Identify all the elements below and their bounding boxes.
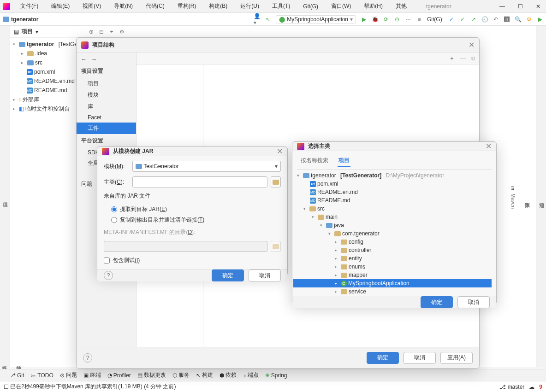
help-icon[interactable]: ? xyxy=(104,271,113,280)
collapse-all-icon[interactable]: ⊟ xyxy=(98,29,105,35)
cls-mapper[interactable]: ▸mapper xyxy=(293,271,492,279)
profile-icon[interactable]: ⊙ xyxy=(394,16,400,23)
close-icon[interactable]: ✕ xyxy=(469,41,475,49)
close-icon[interactable]: ✕ xyxy=(486,142,492,151)
tool-services[interactable]: ⬡ 服务 xyxy=(172,371,190,379)
gutter-project[interactable]: 项目 xyxy=(1,197,10,200)
tool-spring[interactable]: ❀ Spring xyxy=(265,372,287,379)
tool-build[interactable]: ↖ 构建 xyxy=(196,371,213,379)
menu-edit[interactable]: 编辑(E) xyxy=(46,1,75,11)
cls-app[interactable]: ▸CMySpringbootApplication xyxy=(293,279,492,287)
cls-service[interactable]: ▸service xyxy=(293,287,492,296)
coverage-icon[interactable]: ⟳ xyxy=(383,16,389,23)
close-icon[interactable]: ✕ xyxy=(277,147,283,156)
play-last-icon[interactable]: ▶ xyxy=(537,16,543,23)
minimize-icon[interactable]: — xyxy=(497,2,508,11)
tool-problems[interactable]: ⊘ 问题 xyxy=(60,371,77,379)
project-pane-title[interactable]: 项目 xyxy=(22,28,33,35)
menu-other[interactable]: 其他 xyxy=(390,1,412,11)
git-push-icon[interactable]: ↗ xyxy=(470,16,477,23)
menu-run[interactable]: 运行(U) xyxy=(235,1,265,11)
remove-icon[interactable]: — xyxy=(460,55,466,62)
git-update-icon[interactable]: ✓ xyxy=(448,16,455,23)
gutter-bookmarks[interactable]: 书签 xyxy=(0,360,9,363)
radio-extract[interactable]: 提取到目标 JAR(E) xyxy=(111,205,281,213)
hammer-icon[interactable]: ↖ xyxy=(265,16,271,23)
cls-entity[interactable]: ▸entity xyxy=(293,254,492,263)
cancel-button[interactable]: 取消 xyxy=(457,296,490,308)
cls-config[interactable]: ▸config xyxy=(293,238,492,246)
menu-file[interactable]: 文件(F) xyxy=(15,1,44,11)
cls-controller[interactable]: ▸controller xyxy=(293,246,492,254)
cls-enums[interactable]: ▸enums xyxy=(293,263,492,271)
status-extra-icon[interactable]: 9 xyxy=(539,384,542,390)
cls-src[interactable]: ▾src xyxy=(293,205,492,213)
git-rollback-icon[interactable]: ↶ xyxy=(493,16,499,23)
menu-code[interactable]: 代码(C) xyxy=(140,1,170,11)
radio-copy[interactable]: 复制到输出目录并通过清单链接(T) xyxy=(111,216,281,224)
menu-refactor[interactable]: 重构(R) xyxy=(172,1,202,11)
tool-terminal[interactable]: ▣ 终端 xyxy=(83,371,101,379)
cls-java[interactable]: ▾java xyxy=(293,221,492,229)
include-tests-check[interactable]: 包含测试(I) xyxy=(104,257,281,264)
search-icon[interactable]: 🔍 xyxy=(515,16,521,23)
git-commit-icon[interactable]: ✓ xyxy=(459,16,466,23)
forward-icon[interactable]: → xyxy=(91,56,97,63)
cls-readme[interactable]: MDREADME.md xyxy=(293,196,492,205)
menu-nav[interactable]: 导航(N) xyxy=(108,1,138,11)
ok-button[interactable]: 确定 xyxy=(421,296,453,308)
sidebar-item-facets[interactable]: Facet xyxy=(77,112,136,123)
cls-readme-en[interactable]: MDREADME.en.md xyxy=(293,188,492,196)
add-icon[interactable]: ＋ xyxy=(449,54,455,62)
cls-pkg[interactable]: ▾com.tgenerator xyxy=(293,229,492,238)
copy-icon[interactable]: ⧉ xyxy=(471,55,475,62)
menu-window[interactable]: 窗口(W) xyxy=(326,1,356,11)
ok-button[interactable]: 确定 xyxy=(212,269,244,281)
run-config-selector[interactable]: ⬤MySpringbootApplication▾ xyxy=(276,15,356,23)
gutter-database[interactable]: 数据库 xyxy=(523,197,532,200)
tool-dbchanges[interactable]: ▤ 数据更改 xyxy=(137,371,166,379)
maximize-icon[interactable]: ☐ xyxy=(515,2,526,11)
breadcrumb-root[interactable]: tgenerator xyxy=(11,16,38,23)
tab-project[interactable]: 项目 xyxy=(338,155,350,167)
back-icon[interactable]: ← xyxy=(81,56,87,63)
stop-icon[interactable]: ■ xyxy=(416,16,422,23)
sidebar-item-modules[interactable]: 模块 xyxy=(77,89,136,101)
hide-icon[interactable]: — xyxy=(129,29,135,35)
tool-deps[interactable]: ⬢ 依赖 xyxy=(220,371,237,379)
gutter-structure[interactable]: 结构 xyxy=(14,360,23,363)
cancel-button[interactable]: 取消 xyxy=(404,352,436,364)
help-icon[interactable]: ? xyxy=(83,353,92,363)
branch-indicator[interactable]: ⎇ master xyxy=(499,384,524,390)
settings-icon[interactable]: ⚙ xyxy=(526,16,532,23)
browse-mainclass-button[interactable] xyxy=(271,176,281,187)
cls-pom[interactable]: mpom.xml xyxy=(293,180,492,188)
user-icon[interactable]: 👤▾ xyxy=(254,16,260,23)
apply-button[interactable]: 应用(A) xyxy=(440,352,473,364)
menu-help[interactable]: 帮助(H) xyxy=(358,1,388,11)
tool-endpoints[interactable]: ⬨ 端点 xyxy=(243,371,259,379)
sidebar-item-artifacts[interactable]: 工件 xyxy=(77,123,136,134)
sidebar-item-project[interactable]: 项目 xyxy=(77,78,136,89)
expand-all-icon[interactable]: ⊕ xyxy=(88,29,95,35)
module-combo[interactable]: TestGenerator▾ xyxy=(132,161,281,172)
status-cloud-icon[interactable]: ☁ xyxy=(529,384,534,390)
attach-icon[interactable]: ⋯ xyxy=(405,16,411,23)
mainclass-input[interactable] xyxy=(132,176,267,187)
tool-git[interactable]: ⎇ Git xyxy=(9,372,24,379)
cancel-button[interactable]: 取消 xyxy=(249,269,281,281)
gear-icon[interactable]: ⚙ xyxy=(119,29,125,35)
menu-build[interactable]: 构建(B) xyxy=(203,1,233,11)
gutter-notifications[interactable]: 通知 xyxy=(537,197,546,200)
status-icon[interactable]: ☐ xyxy=(4,384,9,390)
cls-main[interactable]: ▾main xyxy=(293,213,492,221)
menu-tools[interactable]: 工具(T) xyxy=(267,1,296,11)
close-window-icon[interactable]: ✕ xyxy=(533,2,543,11)
tool-profiler[interactable]: ◔ Profiler xyxy=(107,372,131,379)
menu-view[interactable]: 视图(V) xyxy=(77,1,107,11)
git-history-icon[interactable]: 🕘 xyxy=(481,16,488,23)
run-icon[interactable]: ▶ xyxy=(361,16,367,23)
debug-icon[interactable]: 🐞 xyxy=(372,16,378,23)
sidebar-item-libs[interactable]: 库 xyxy=(77,101,136,112)
tab-by-name[interactable]: 按名称搜索 xyxy=(300,155,329,167)
